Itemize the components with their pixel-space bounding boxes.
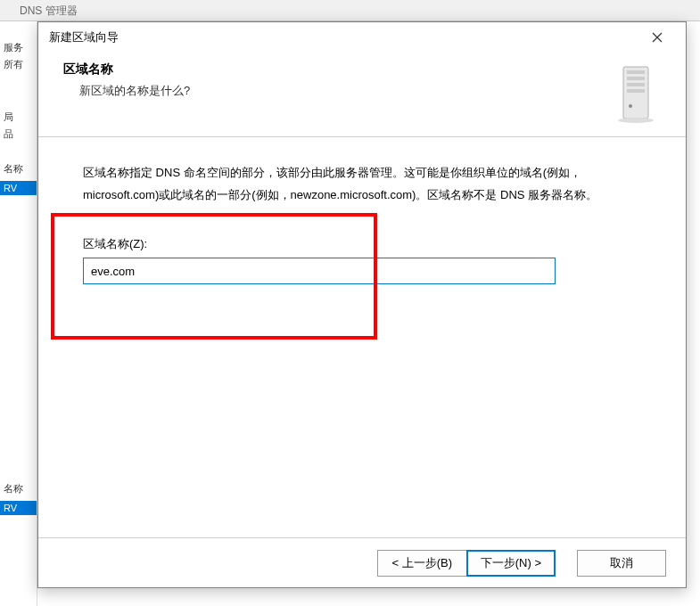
bg-left-label: 名称 xyxy=(0,160,37,177)
zone-name-area: 区域名称(Z): xyxy=(83,236,641,284)
svg-point-7 xyxy=(629,104,632,108)
bg-left-selected: RV xyxy=(0,501,37,515)
bg-left-label: 名称 xyxy=(0,480,37,497)
svg-rect-4 xyxy=(627,77,645,80)
svg-rect-3 xyxy=(627,70,645,74)
close-button[interactable] xyxy=(639,25,675,50)
svg-rect-5 xyxy=(627,83,645,86)
header-subtext: 新区域的名称是什么? xyxy=(63,83,190,99)
dialog-footer: < 上一步(B) 下一步(N) > 取消 xyxy=(38,537,686,587)
header-heading: 区域名称 xyxy=(63,61,190,78)
dialog-title: 新建区域向导 xyxy=(49,29,119,45)
bg-left-selected: RV xyxy=(0,181,37,195)
bg-left-item: 服务 xyxy=(0,39,37,56)
cancel-button[interactable]: 取消 xyxy=(577,550,666,577)
dialog-titlebar: 新建区域向导 xyxy=(38,22,686,53)
bg-left-item: 所有 xyxy=(0,56,37,73)
wizard-dialog: 新建区域向导 区域名称 新区域的名称是什么? 区域名称指定 D xyxy=(37,21,687,588)
zone-name-input[interactable] xyxy=(83,258,556,284)
next-button[interactable]: 下一步(N) > xyxy=(466,550,556,577)
server-icon xyxy=(611,61,661,124)
dialog-header: 区域名称 新区域的名称是什么? xyxy=(38,53,686,137)
header-text-block: 区域名称 新区域的名称是什么? xyxy=(63,61,190,99)
zone-name-label: 区域名称(Z): xyxy=(83,236,641,252)
explain-text: 区域名称指定 DNS 命名空间的部分，该部分由此服务器管理。这可能是你组织单位的… xyxy=(83,162,641,206)
back-button[interactable]: < 上一步(B) xyxy=(377,550,466,577)
bg-window-titlebar: DNS 管理器 xyxy=(0,0,700,21)
dialog-body: 区域名称指定 DNS 命名空间的部分，该部分由此服务器管理。这可能是你组织单位的… xyxy=(38,137,686,302)
bg-left-panel: 服务 所有 局 品 名称 RV 名称 RV xyxy=(0,21,37,606)
bg-window-title-text: DNS 管理器 xyxy=(20,4,78,17)
bg-left-item: 局 xyxy=(0,109,37,126)
close-icon xyxy=(652,32,663,43)
bg-left-item: 品 xyxy=(0,126,37,143)
svg-rect-6 xyxy=(627,89,645,93)
svg-point-8 xyxy=(618,118,654,123)
